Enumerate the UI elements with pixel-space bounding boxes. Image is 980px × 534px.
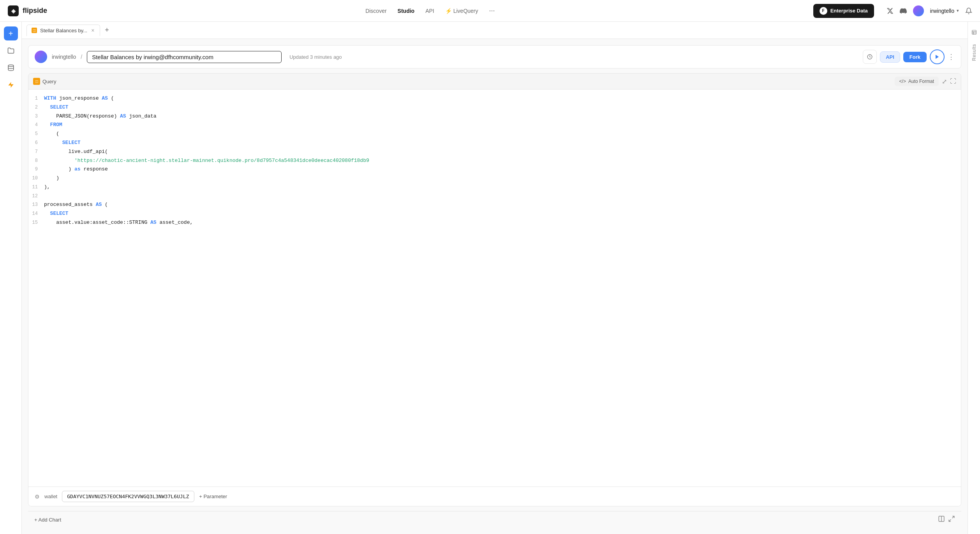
code-line: 7 live.udf_api( xyxy=(28,148,961,156)
add-parameter-button[interactable]: + Parameter xyxy=(199,494,227,499)
logo-text: flipside xyxy=(23,7,47,15)
query-header: irwingtello / Updated 3 minutes ago API … xyxy=(28,45,961,69)
code-content: 1 WITH json_response AS ( 2 SELECT 3 PAR… xyxy=(28,90,961,487)
content-area: ◫ Stellar Balances by... × + irwingtello… xyxy=(22,22,968,534)
auto-format-button[interactable]: </> Auto Format xyxy=(895,77,939,86)
code-line: 2 SELECT xyxy=(28,103,961,112)
fullscreen-editor-button[interactable]: ⛶ xyxy=(950,78,956,85)
nav-links: Discover Studio API ⚡ LiveQuery ··· xyxy=(60,7,801,15)
editor-panel: ◫ Query </> Auto Format ⤢ ⛶ xyxy=(28,73,961,506)
enterprise-button[interactable]: F Enterprise Data xyxy=(813,4,874,18)
code-line: 4 FROM xyxy=(28,121,961,130)
enterprise-icon: F xyxy=(820,7,827,15)
lightning-sidebar-button[interactable] xyxy=(4,78,18,92)
tab-bar: ◫ Stellar Balances by... × + xyxy=(22,22,968,39)
main-layout: + ◫ Stellar Balances by... × + irwin xyxy=(0,22,980,534)
code-line: 3 PARSE_JSON(response) AS json_data xyxy=(28,112,961,121)
run-button[interactable] xyxy=(930,49,945,64)
code-line: 10 ) xyxy=(28,174,961,183)
lightning-icon: ⚡ xyxy=(445,8,452,14)
param-bar: ⚙ wallet + Parameter xyxy=(28,487,961,506)
slash-separator: / xyxy=(81,54,82,60)
fork-button[interactable]: Fork xyxy=(903,52,927,62)
user-avatar xyxy=(913,5,924,16)
fullscreen-results-button[interactable] xyxy=(948,515,955,524)
history-button[interactable] xyxy=(863,50,877,64)
query-label: ◫ Query xyxy=(33,78,56,85)
tab-label: Stellar Balances by... xyxy=(40,28,87,33)
chevron-down-icon: ▾ xyxy=(957,8,959,13)
svg-line-6 xyxy=(949,520,951,522)
logo-icon: ◈ xyxy=(8,5,19,16)
param-input[interactable] xyxy=(62,491,194,502)
tab-stellar-balances[interactable]: ◫ Stellar Balances by... × xyxy=(26,25,100,36)
bottom-bar: + Add Chart xyxy=(28,511,961,528)
toolbar-right: </> Auto Format ⤢ ⛶ xyxy=(895,77,956,86)
results-label: Results xyxy=(971,44,977,61)
query-user-avatar xyxy=(35,51,47,63)
nav-studio[interactable]: Studio xyxy=(398,8,415,14)
svg-line-5 xyxy=(952,516,954,518)
nav-api[interactable]: API xyxy=(425,8,434,14)
split-layout-button[interactable] xyxy=(938,515,945,524)
code-line: 11 ), xyxy=(28,183,961,192)
code-line: 6 SELECT xyxy=(28,139,961,148)
query-area: irwingtello / Updated 3 minutes ago API … xyxy=(22,39,968,534)
user-info[interactable]: irwingtello ▾ xyxy=(930,8,959,14)
svg-point-0 xyxy=(8,65,14,67)
code-line: 14 SELECT xyxy=(28,209,961,218)
editor-toolbar: ◫ Query </> Auto Format ⤢ ⛶ xyxy=(28,74,961,90)
twitter-button[interactable] xyxy=(887,7,894,14)
more-options-button[interactable]: ⋮ xyxy=(948,53,955,61)
nav-more[interactable]: ··· xyxy=(489,7,495,15)
folder-button[interactable] xyxy=(4,44,18,58)
right-sidebar: Results xyxy=(968,22,980,534)
nav-right: irwingtello ▾ xyxy=(887,5,972,16)
code-line: 1 WITH json_response AS ( xyxy=(28,94,961,103)
nav-discover[interactable]: Discover xyxy=(365,8,386,14)
username: irwingtello xyxy=(930,8,954,14)
notification-button[interactable] xyxy=(965,7,972,14)
updated-text: Updated 3 minutes ago xyxy=(289,54,342,60)
settings-icon: ⚙ xyxy=(35,494,40,500)
code-line: 8 'https://chaotic-ancient-night.stellar… xyxy=(28,156,961,165)
logo[interactable]: ◈ flipside xyxy=(8,5,47,16)
code-line: 5 ( xyxy=(28,130,961,139)
nav-livequery[interactable]: ⚡ LiveQuery xyxy=(445,8,478,14)
database-button[interactable] xyxy=(4,61,18,75)
left-sidebar: + xyxy=(0,22,22,534)
header-actions: API Fork ⋮ xyxy=(863,49,955,64)
discord-button[interactable] xyxy=(900,7,907,14)
code-line: 13 processed_assets AS ( xyxy=(28,200,961,209)
query-username: irwingtello xyxy=(52,54,76,60)
new-query-button[interactable]: + xyxy=(4,26,18,40)
api-button[interactable]: API xyxy=(880,51,900,63)
query-label-icon: ◫ xyxy=(33,78,40,85)
tab-icon: ◫ xyxy=(32,28,37,33)
tab-close-button[interactable]: × xyxy=(90,27,95,33)
code-line: 15 asset.value:asset_code::STRING AS ass… xyxy=(28,218,961,227)
svg-marker-2 xyxy=(936,55,939,59)
new-tab-button[interactable]: + xyxy=(102,25,112,36)
param-label: wallet xyxy=(44,494,57,499)
bottom-right-actions xyxy=(938,515,955,524)
code-line: 12 xyxy=(28,192,961,200)
code-icon: </> xyxy=(899,79,906,84)
svg-rect-7 xyxy=(972,30,976,35)
query-title-input[interactable] xyxy=(87,51,282,63)
code-line: 9 ) as response xyxy=(28,165,961,174)
add-chart-button[interactable]: + Add Chart xyxy=(34,517,61,523)
results-panel-button[interactable] xyxy=(970,28,978,38)
top-nav: ◈ flipside Discover Studio API ⚡ LiveQue… xyxy=(0,0,980,22)
expand-editor-button[interactable]: ⤢ xyxy=(942,78,947,85)
